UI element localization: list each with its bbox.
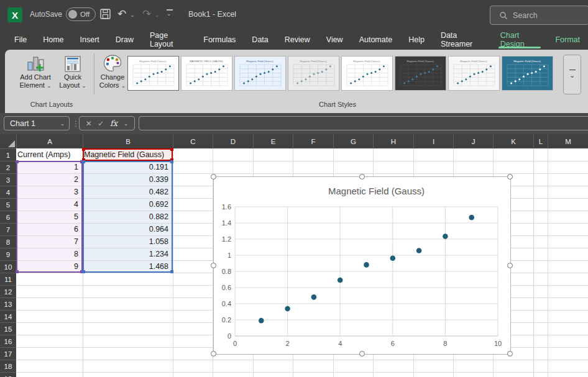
column-header-B[interactable]: B — [83, 134, 173, 148]
data-point[interactable] — [311, 294, 317, 300]
row-header-2[interactable]: 2 — [0, 161, 16, 173]
name-box-chevron-icon[interactable]: ⌄ — [60, 120, 65, 127]
chart-style-thumbnail-7[interactable]: Magnetic Field (Gauss) — [448, 56, 500, 91]
tab-data[interactable]: Data — [244, 29, 276, 50]
chart-selection-handle[interactable] — [507, 351, 513, 357]
search-input[interactable]: Search — [490, 6, 588, 25]
tab-insert[interactable]: Insert — [72, 29, 108, 50]
data-point[interactable] — [338, 278, 343, 283]
data-point[interactable] — [416, 248, 422, 253]
tab-formulas[interactable]: Formulas — [195, 29, 244, 50]
cancel-icon[interactable]: ✕ — [86, 119, 92, 128]
chart-style-thumbnail-4[interactable]: Magnetic Field (Gauss) — [288, 56, 339, 91]
row-header-19[interactable]: 19 — [0, 372, 16, 377]
column-header-H[interactable]: H — [373, 134, 413, 148]
fx-chevron-icon[interactable]: ⌄ — [124, 120, 129, 127]
chart-style-thumbnail-6[interactable]: Magnetic Field (Gauss) — [395, 56, 446, 91]
row-header-1[interactable]: 1 — [0, 148, 16, 161]
data-point[interactable] — [285, 306, 290, 312]
cell-B3[interactable]: 0.339 — [84, 173, 172, 186]
column-header-G[interactable]: G — [333, 134, 373, 148]
row-header-3[interactable]: 3 — [0, 173, 16, 186]
chart-selection-handle[interactable] — [211, 174, 216, 179]
column-header-C[interactable]: C — [173, 134, 213, 148]
column-header-F[interactable]: F — [293, 134, 333, 148]
tab-draw[interactable]: Draw — [108, 29, 142, 50]
gallery-more-button[interactable]: ⌄ — [563, 55, 581, 94]
cell-B7[interactable]: 0.964 — [84, 223, 172, 235]
row-header-12[interactable]: 12 — [0, 285, 16, 298]
chart-selection-handle[interactable] — [507, 174, 513, 179]
cell-B10[interactable]: 1.468 — [84, 260, 172, 273]
chart-selection-handle[interactable] — [359, 351, 365, 357]
quick-layout-button[interactable]: Quick Layout ⌄ — [57, 55, 88, 90]
cell-B8[interactable]: 1.058 — [84, 235, 172, 248]
name-box[interactable]: Chart 1 ⌄ — [4, 116, 70, 130]
cell-B1[interactable]: Magnetic Field (Gauss) — [84, 148, 172, 161]
data-point[interactable] — [443, 234, 448, 239]
cell-B5[interactable]: 0.692 — [84, 198, 172, 211]
column-header-A[interactable]: A — [16, 134, 83, 148]
cell-A3[interactable]: 2 — [17, 173, 81, 186]
row-header-9[interactable]: 9 — [0, 248, 16, 260]
tab-automate[interactable]: Automate — [351, 29, 401, 50]
column-header-E[interactable]: E — [253, 134, 293, 148]
column-header-M[interactable]: M — [548, 134, 588, 148]
undo-icon[interactable]: ↶ — [117, 7, 126, 20]
tab-review[interactable]: Review — [277, 29, 318, 50]
cell-A7[interactable]: 6 — [17, 223, 81, 235]
tab-view[interactable]: View — [318, 29, 351, 50]
tab-home[interactable]: Home — [35, 29, 71, 50]
formula-input[interactable] — [139, 116, 588, 130]
row-header-14[interactable]: 14 — [0, 310, 16, 322]
cell-A8[interactable]: 7 — [17, 235, 81, 248]
row-header-17[interactable]: 17 — [0, 347, 16, 360]
chart-selection-handle[interactable] — [359, 174, 365, 179]
row-header-11[interactable]: 11 — [0, 273, 16, 285]
change-colors-button[interactable]: Change Colors ⌄ — [96, 53, 129, 90]
data-point[interactable] — [390, 255, 396, 261]
row-header-6[interactable]: 6 — [0, 211, 16, 223]
chart-style-thumbnail-3[interactable]: Magnetic Field (Gauss) — [234, 56, 286, 91]
chart-selection-handle[interactable] — [507, 263, 513, 268]
data-point[interactable] — [364, 262, 369, 268]
data-point[interactable] — [259, 318, 264, 324]
tab-file[interactable]: File — [6, 29, 35, 50]
tab-data-streamer[interactable]: Data Streamer — [433, 29, 492, 50]
row-header-18[interactable]: 18 — [0, 360, 16, 372]
save-icon[interactable] — [99, 8, 111, 20]
tab-format[interactable]: Format — [547, 29, 588, 50]
row-header-15[interactable]: 15 — [0, 322, 16, 335]
chart-style-thumbnail-2[interactable]: MAGNETIC FIELD (GAUSS) — [181, 56, 232, 91]
excel-logo-icon[interactable]: X — [7, 7, 22, 22]
insert-function-icon[interactable]: fx — [110, 119, 117, 128]
cell-A6[interactable]: 5 — [17, 211, 81, 223]
chart-selection-handle[interactable] — [211, 351, 216, 357]
row-header-16[interactable]: 16 — [0, 335, 16, 347]
cell-A4[interactable]: 3 — [17, 186, 81, 198]
cell-A10[interactable]: 9 — [17, 260, 81, 273]
column-header-I[interactable]: I — [413, 134, 453, 148]
cell-A1[interactable]: Current (Amps) — [17, 148, 81, 161]
data-point[interactable] — [469, 215, 474, 220]
chart-title[interactable]: Magnetic Field (Gauss) — [328, 186, 425, 196]
cell-A2[interactable]: 1 — [17, 161, 81, 173]
column-header-D[interactable]: D — [213, 134, 253, 148]
enter-icon[interactable]: ✓ — [98, 119, 104, 128]
chart-style-thumbnail-1[interactable]: Magnetic Field (Gauss) — [127, 56, 179, 91]
customize-qat-chevron-icon[interactable]: ⌄ — [167, 11, 172, 17]
add-chart-element-button[interactable]: Add Chart Element ⌄ — [15, 55, 56, 90]
cell-B2[interactable]: 0.191 — [84, 161, 172, 173]
cell-B6[interactable]: 0.882 — [84, 211, 172, 223]
select-all-button[interactable] — [0, 134, 16, 148]
chart-selection-handle[interactable] — [211, 263, 216, 268]
chart-object[interactable]: Magnetic Field (Gauss)00.20.40.60.811.21… — [213, 176, 511, 355]
row-header-10[interactable]: 10 — [0, 260, 16, 273]
column-header-L[interactable]: L — [533, 134, 548, 148]
row-header-4[interactable]: 4 — [0, 186, 16, 198]
tab-page-layout[interactable]: Page Layout — [142, 29, 195, 50]
cell-B4[interactable]: 0.482 — [84, 186, 172, 198]
cell-A9[interactable]: 8 — [17, 248, 81, 260]
cell-A5[interactable]: 4 — [17, 198, 81, 211]
column-header-K[interactable]: K — [493, 134, 533, 148]
